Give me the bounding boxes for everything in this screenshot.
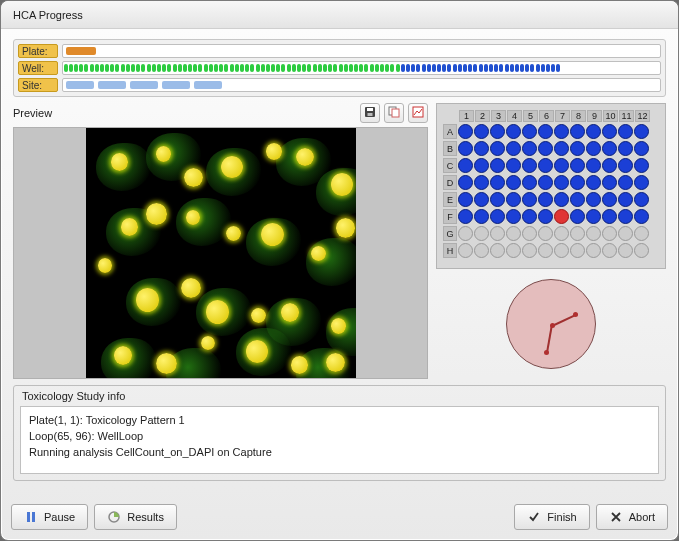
well-F2[interactable]	[474, 209, 489, 224]
site-circle[interactable]	[506, 279, 596, 369]
well-A10[interactable]	[602, 124, 617, 139]
well-E1[interactable]	[458, 192, 473, 207]
well-F11[interactable]	[618, 209, 633, 224]
well-H8[interactable]	[570, 243, 585, 258]
well-E9[interactable]	[586, 192, 601, 207]
well-H12[interactable]	[634, 243, 649, 258]
well-D10[interactable]	[602, 175, 617, 190]
well-H1[interactable]	[458, 243, 473, 258]
well-H4[interactable]	[506, 243, 521, 258]
well-C12[interactable]	[634, 158, 649, 173]
well-C4[interactable]	[506, 158, 521, 173]
well-F3[interactable]	[490, 209, 505, 224]
well-H11[interactable]	[618, 243, 633, 258]
well-E10[interactable]	[602, 192, 617, 207]
well-G11[interactable]	[618, 226, 633, 241]
well-C10[interactable]	[602, 158, 617, 173]
well-F5[interactable]	[522, 209, 537, 224]
well-A11[interactable]	[618, 124, 633, 139]
pause-button[interactable]: Pause	[11, 504, 88, 530]
well-H9[interactable]	[586, 243, 601, 258]
well-E11[interactable]	[618, 192, 633, 207]
well-H7[interactable]	[554, 243, 569, 258]
well-B4[interactable]	[506, 141, 521, 156]
well-H3[interactable]	[490, 243, 505, 258]
well-B9[interactable]	[586, 141, 601, 156]
well-D9[interactable]	[586, 175, 601, 190]
well-B12[interactable]	[634, 141, 649, 156]
well-D2[interactable]	[474, 175, 489, 190]
well-C8[interactable]	[570, 158, 585, 173]
well-B7[interactable]	[554, 141, 569, 156]
well-H10[interactable]	[602, 243, 617, 258]
well-C9[interactable]	[586, 158, 601, 173]
well-D7[interactable]	[554, 175, 569, 190]
well-E5[interactable]	[522, 192, 537, 207]
well-E6[interactable]	[538, 192, 553, 207]
well-E7[interactable]	[554, 192, 569, 207]
well-G3[interactable]	[490, 226, 505, 241]
preview-copy-button[interactable]	[384, 103, 404, 123]
well-B5[interactable]	[522, 141, 537, 156]
finish-button[interactable]: Finish	[514, 504, 589, 530]
well-B1[interactable]	[458, 141, 473, 156]
well-B11[interactable]	[618, 141, 633, 156]
well-D12[interactable]	[634, 175, 649, 190]
well-A9[interactable]	[586, 124, 601, 139]
well-B8[interactable]	[570, 141, 585, 156]
well-E2[interactable]	[474, 192, 489, 207]
well-F1[interactable]	[458, 209, 473, 224]
well-G7[interactable]	[554, 226, 569, 241]
well-A4[interactable]	[506, 124, 521, 139]
well-E3[interactable]	[490, 192, 505, 207]
well-D11[interactable]	[618, 175, 633, 190]
well-C6[interactable]	[538, 158, 553, 173]
well-F6[interactable]	[538, 209, 553, 224]
well-F7[interactable]	[554, 209, 569, 224]
well-C5[interactable]	[522, 158, 537, 173]
well-A7[interactable]	[554, 124, 569, 139]
well-B10[interactable]	[602, 141, 617, 156]
well-C1[interactable]	[458, 158, 473, 173]
preview-snapshot-button[interactable]	[408, 103, 428, 123]
abort-button[interactable]: Abort	[596, 504, 668, 530]
well-F8[interactable]	[570, 209, 585, 224]
well-B3[interactable]	[490, 141, 505, 156]
well-C11[interactable]	[618, 158, 633, 173]
well-F4[interactable]	[506, 209, 521, 224]
well-A3[interactable]	[490, 124, 505, 139]
well-F9[interactable]	[586, 209, 601, 224]
preview-save-button[interactable]	[360, 103, 380, 123]
well-D3[interactable]	[490, 175, 505, 190]
well-G2[interactable]	[474, 226, 489, 241]
well-G8[interactable]	[570, 226, 585, 241]
well-E4[interactable]	[506, 192, 521, 207]
well-E12[interactable]	[634, 192, 649, 207]
well-A12[interactable]	[634, 124, 649, 139]
well-G5[interactable]	[522, 226, 537, 241]
well-D8[interactable]	[570, 175, 585, 190]
well-H2[interactable]	[474, 243, 489, 258]
well-A1[interactable]	[458, 124, 473, 139]
well-A2[interactable]	[474, 124, 489, 139]
well-A8[interactable]	[570, 124, 585, 139]
well-D6[interactable]	[538, 175, 553, 190]
preview-image[interactable]	[86, 128, 356, 378]
well-A5[interactable]	[522, 124, 537, 139]
well-G6[interactable]	[538, 226, 553, 241]
well-D4[interactable]	[506, 175, 521, 190]
well-C2[interactable]	[474, 158, 489, 173]
results-button[interactable]: Results	[94, 504, 177, 530]
well-C3[interactable]	[490, 158, 505, 173]
well-F12[interactable]	[634, 209, 649, 224]
well-F10[interactable]	[602, 209, 617, 224]
well-D5[interactable]	[522, 175, 537, 190]
well-D1[interactable]	[458, 175, 473, 190]
well-G12[interactable]	[634, 226, 649, 241]
well-B2[interactable]	[474, 141, 489, 156]
well-H5[interactable]	[522, 243, 537, 258]
well-G9[interactable]	[586, 226, 601, 241]
well-H6[interactable]	[538, 243, 553, 258]
well-B6[interactable]	[538, 141, 553, 156]
well-C7[interactable]	[554, 158, 569, 173]
